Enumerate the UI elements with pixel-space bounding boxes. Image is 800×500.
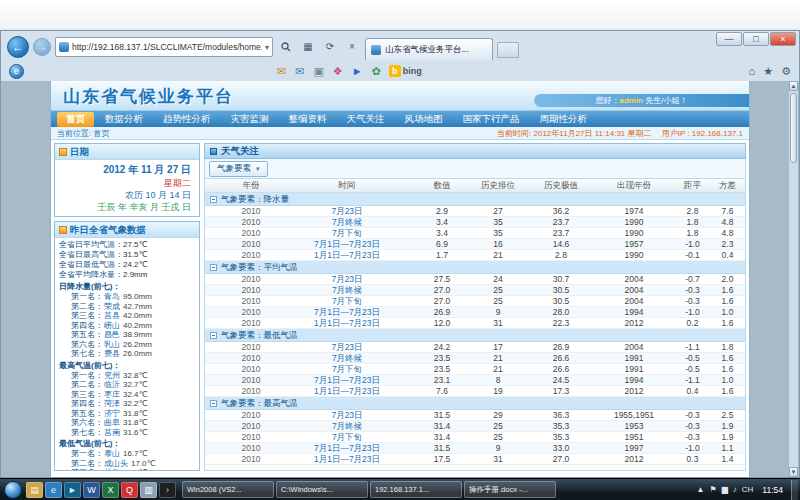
table-row[interactable]: 20107月23日24.21726.92004-1.11.8 xyxy=(205,342,745,353)
section-header-row[interactable]: 气象要素：最高气温 xyxy=(205,397,745,410)
collapse-icon[interactable] xyxy=(210,264,217,271)
nav-item[interactable]: 首页 xyxy=(57,112,94,127)
table-row[interactable]: 20101月1日—7月23日17.53127.020120.31.4 xyxy=(205,454,745,465)
table-row[interactable]: 20101月1日—7月23日7.61917.320120.41.6 xyxy=(205,386,745,397)
table-cell: 1953 xyxy=(593,421,675,432)
maximize-button[interactable]: □ xyxy=(743,32,769,46)
collapse-icon[interactable] xyxy=(210,196,217,203)
table-row[interactable]: 20107月1日—7月23日6.91614.61957-1.02.3 xyxy=(205,239,745,250)
collapse-icon[interactable] xyxy=(210,400,217,407)
taskbar-window-button[interactable]: Win2008 (VS2... xyxy=(182,481,274,498)
back-button[interactable]: ← xyxy=(7,36,29,58)
table-row[interactable]: 20107月终候27.02530.52004-0.31.6 xyxy=(205,285,745,296)
chat-icon[interactable]: ❖ xyxy=(333,62,343,80)
stop-button[interactable]: × xyxy=(343,38,361,56)
collapse-icon[interactable] xyxy=(210,332,217,339)
taskbar-window-button[interactable]: 操作手册.docx -... xyxy=(464,481,556,498)
table-row[interactable]: 20107月终候23.52126.61991-0.51.6 xyxy=(205,353,745,364)
media-player-icon[interactable]: ► xyxy=(64,482,81,498)
taskbar-window-button[interactable]: C:\Windows\s... xyxy=(276,481,368,498)
mail-out-icon[interactable]: ✉ xyxy=(277,62,286,80)
nav-item[interactable]: 整编资料 xyxy=(280,112,336,127)
url-text[interactable]: http://192.168.137.1/SLCCLIMATE/modules/… xyxy=(72,42,262,52)
map-icon[interactable]: ✿ xyxy=(372,62,381,80)
scroll-up-icon[interactable]: ▲ xyxy=(789,81,798,91)
explorer-icon[interactable]: ▤ xyxy=(26,482,43,498)
vertical-scrollbar[interactable]: ▲ ▼ xyxy=(788,81,798,477)
close-button[interactable]: × xyxy=(770,32,796,46)
table-row[interactable]: 20107月1日—7月23日31.5933.01997-1.01.1 xyxy=(205,443,745,454)
table-row[interactable]: 20101月1日—7月23日12.03122.320120.21.6 xyxy=(205,318,745,329)
start-button[interactable] xyxy=(4,481,22,499)
table-cell: 31 xyxy=(467,318,529,329)
table-row[interactable]: 20107月下旬23.52126.61991-0.51.6 xyxy=(205,364,745,375)
section-header-row[interactable]: 气象要素：平均气温 xyxy=(205,261,745,274)
forward-button[interactable]: → xyxy=(33,38,51,56)
row-spacer xyxy=(205,228,225,239)
language-indicator[interactable]: CH xyxy=(742,485,754,494)
scrollbar-thumb[interactable] xyxy=(790,93,797,163)
table-row[interactable]: 20107月终候3.43523.719901.84.8 xyxy=(205,217,745,228)
compatibility-view-icon[interactable]: ▦ xyxy=(299,38,317,56)
search-icon[interactable] xyxy=(277,38,295,56)
nav-item[interactable]: 周期性分析 xyxy=(531,112,597,127)
qq-icon[interactable]: Q xyxy=(121,482,138,498)
network-icon[interactable]: ▆ xyxy=(722,485,728,494)
taskbar-windows: Win2008 (VS2...C:\Windows\s...192.168.13… xyxy=(182,481,556,498)
column-header[interactable]: 时间 xyxy=(277,179,417,192)
volume-icon[interactable]: ♪ xyxy=(733,485,737,494)
tray-expand-icon[interactable]: ▲ xyxy=(697,485,705,494)
date-panel: 日期 2012 年 11 月 27 日 星期二 农历 10 月 14 日 壬辰 … xyxy=(54,143,200,217)
clock[interactable]: 11:54 xyxy=(758,485,787,495)
column-header[interactable]: 出现年份 xyxy=(593,179,675,192)
show-desktop-button[interactable] xyxy=(791,480,798,500)
table-row[interactable]: 20107月下旬31.42535.31951-0.31.9 xyxy=(205,432,745,443)
table-row[interactable]: 20107月1日—7月23日26.9928.01994-1.01.0 xyxy=(205,307,745,318)
nav-item[interactable]: 国家下行产品 xyxy=(454,112,529,127)
table-row[interactable]: 20107月23日2.92736.219742.87.6 xyxy=(205,206,745,217)
photo-icon[interactable]: ▣ xyxy=(313,62,323,80)
action-center-icon[interactable]: ⚑ xyxy=(709,485,716,494)
table-row[interactable]: 20107月终候31.42535.31953-0.31.9 xyxy=(205,421,745,432)
table-row[interactable]: 20107月23日31.52936.31955,1951-0.32.5 xyxy=(205,410,745,421)
scroll-down-icon[interactable]: ▼ xyxy=(789,467,798,477)
browser-tab[interactable]: 山东省气候业务平台... xyxy=(365,38,493,60)
nav-item[interactable]: 天气关注 xyxy=(338,112,394,127)
mail-icon[interactable]: ✉ xyxy=(295,62,304,80)
column-header[interactable]: 历史排位 xyxy=(467,179,529,192)
column-header[interactable]: 数值 xyxy=(417,179,467,192)
section-header-row[interactable]: 气象要素：最低气温 xyxy=(205,329,745,342)
minimize-button[interactable]: — xyxy=(716,32,742,46)
nav-item[interactable]: 灾害监测 xyxy=(222,112,278,127)
table-row[interactable]: 20107月下旬3.43523.719901.84.8 xyxy=(205,228,745,239)
address-dropdown-icon[interactable]: ▾ xyxy=(265,43,269,52)
table-row[interactable]: 20107月下旬27.02530.52004-0.31.6 xyxy=(205,296,745,307)
column-header[interactable]: 距平 xyxy=(675,179,710,192)
gear-icon[interactable]: ⚙ xyxy=(781,65,791,78)
home-icon[interactable]: ⌂ xyxy=(749,65,756,78)
column-header[interactable]: 方差 xyxy=(710,179,745,192)
section-header-row[interactable]: 气象要素：降水量 xyxy=(205,193,745,206)
bing-logo[interactable]: b bing xyxy=(389,65,422,77)
notepad-icon[interactable]: ▥ xyxy=(140,482,157,498)
nav-item[interactable]: 趋势性分析 xyxy=(154,112,220,127)
table-row[interactable]: 20101月1日—7月23日1.7212.81990-0.10.4 xyxy=(205,250,745,261)
refresh-button[interactable]: ⟳ xyxy=(321,38,339,56)
taskbar-window-button[interactable]: 192.168.137.1... xyxy=(370,481,462,498)
star-icon[interactable]: ★ xyxy=(763,65,773,78)
column-header[interactable]: 年份 xyxy=(225,179,277,192)
word-icon[interactable]: W xyxy=(83,482,100,498)
nav-item[interactable]: 数据分析 xyxy=(96,112,152,127)
video-icon[interactable]: ► xyxy=(352,62,363,80)
element-selector-button[interactable]: 气象要素 ▾ xyxy=(209,161,268,177)
table-row[interactable]: 20107月23日27.52430.72004-0.72.0 xyxy=(205,274,745,285)
column-header[interactable]: 历史极值 xyxy=(529,179,593,192)
excel-icon[interactable]: X xyxy=(102,482,119,498)
ie-icon[interactable]: e xyxy=(45,482,62,498)
address-bar[interactable]: http://192.168.137.1/SLCCLIMATE/modules/… xyxy=(55,37,273,57)
cmd-icon[interactable]: › xyxy=(159,482,176,498)
new-tab-button[interactable] xyxy=(497,42,519,58)
nav-item[interactable]: 风场地图 xyxy=(396,112,452,127)
table-row[interactable]: 20107月1日—7月23日23.1824.51994-1.11.0 xyxy=(205,375,745,386)
browser-logo-icon[interactable]: e xyxy=(9,64,24,79)
